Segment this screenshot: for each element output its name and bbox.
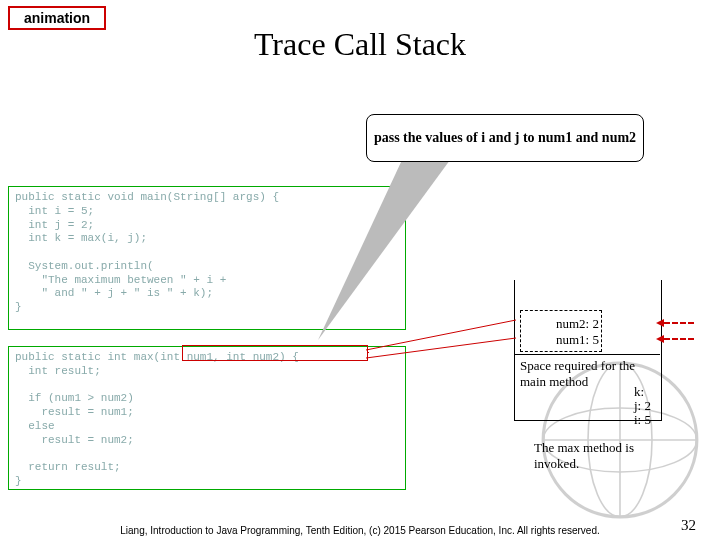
svg-line-1 [366,338,516,358]
red-arrow-num2 [664,322,694,324]
stack-divider [514,354,660,355]
invoked-text: The max method is invoked. [534,440,674,472]
stack-num1-label: num1: 5 [556,332,599,348]
slide-title: Trace Call Stack [0,26,720,63]
footer-text: Liang, Introduction to Java Programming,… [0,525,720,536]
code-block-max: public static int max(int num1, int num2… [8,346,406,490]
svg-line-0 [366,320,516,350]
red-connector-svg [366,310,526,370]
stack-num2-label: num2: 2 [556,316,599,332]
red-arrow-num1 [664,338,694,340]
highlight-box [182,345,368,361]
page-number: 32 [681,517,696,534]
callout-box: pass the values of i and j to num1 and n… [366,114,644,162]
stack-i-label: i: 5 [634,412,651,428]
